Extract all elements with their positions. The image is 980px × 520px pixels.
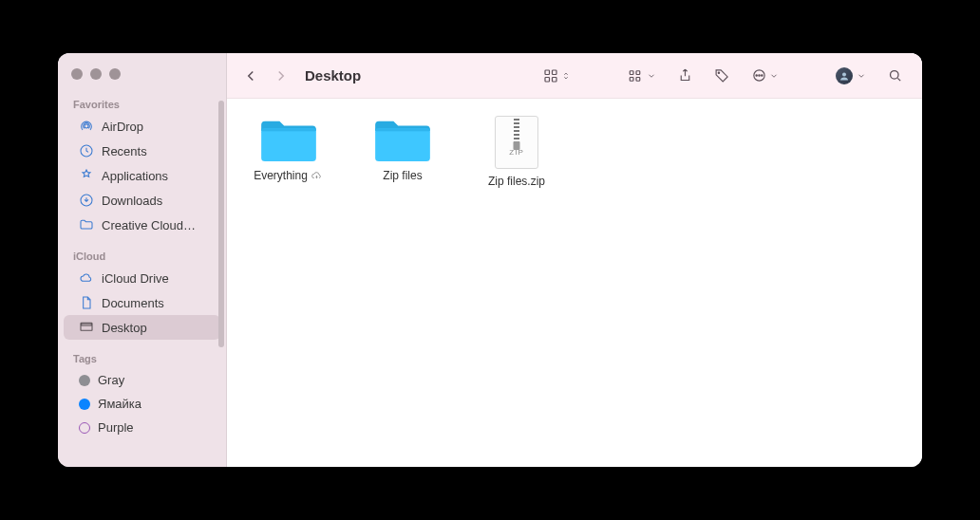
svg-rect-9: [630, 70, 633, 74]
file-label: Zip files.zip: [488, 175, 545, 188]
cloud-download-icon: [311, 169, 324, 182]
sidebar-item-applications[interactable]: Applications: [64, 163, 220, 188]
document-icon: [79, 295, 94, 310]
apps-icon: [79, 168, 94, 183]
clock-icon: [79, 143, 94, 158]
zip-file-icon: ZIP: [495, 116, 538, 169]
sidebar-item-label: Gray: [98, 373, 124, 387]
sidebar-item-label: iCloud Drive: [102, 271, 169, 286]
sidebar-item-creative-cloud[interactable]: Creative Cloud…: [64, 213, 220, 237]
svg-rect-6: [553, 70, 557, 75]
sidebar-item-label: Purple: [98, 420, 134, 435]
sidebar-scrollbar[interactable]: [218, 101, 224, 366]
more-actions-button[interactable]: [745, 65, 784, 87]
sidebar-section-icloud-label: iCloud: [58, 245, 226, 266]
sidebar-item-label: Creative Cloud…: [102, 218, 196, 232]
svg-point-16: [759, 75, 760, 76]
finder-window: Favorites AirDrop Recents Applications D…: [58, 53, 922, 467]
sidebar-item-label: Ямайка: [98, 397, 141, 411]
group-mode-button[interactable]: [622, 65, 662, 87]
svg-rect-10: [630, 77, 633, 81]
sidebar-item-label: Documents: [102, 296, 164, 310]
svg-rect-21: [261, 128, 316, 131]
file-grid[interactable]: Everything Zip files ZIP: [227, 99, 922, 467]
sidebar-item-label: Downloads: [102, 194, 162, 208]
download-icon: [79, 193, 94, 208]
view-mode-button[interactable]: [537, 65, 576, 87]
file-item-folder-everything[interactable]: Everything: [246, 116, 331, 182]
tag-dot-icon: [79, 375, 90, 386]
file-item-folder-zip-files[interactable]: Zip files: [360, 116, 445, 182]
svg-point-15: [756, 75, 757, 76]
sidebar-item-icloud-drive[interactable]: iCloud Drive: [64, 266, 220, 290]
svg-point-17: [762, 75, 763, 76]
svg-rect-5: [545, 70, 550, 75]
close-button[interactable]: [71, 68, 83, 80]
svg-point-13: [718, 72, 719, 73]
sidebar-item-tag-purple[interactable]: Purple: [64, 416, 220, 439]
sidebar-section-favorites-label: Favorites: [58, 93, 226, 114]
svg-rect-11: [636, 70, 640, 74]
sidebar-item-label: Desktop: [102, 321, 147, 335]
airdrop-icon: [79, 119, 94, 134]
file-item-zip-archive[interactable]: ZIP Zip files.zip: [474, 116, 559, 188]
svg-rect-22: [375, 128, 430, 161]
tag-dot-icon: [79, 399, 90, 410]
svg-rect-8: [553, 77, 557, 82]
file-label: Everything: [254, 169, 324, 182]
tag-button[interactable]: [708, 65, 736, 87]
window-controls: [58, 65, 226, 93]
folder-icon: [373, 116, 432, 163]
svg-rect-23: [375, 128, 430, 131]
sidebar-item-downloads[interactable]: Downloads: [64, 188, 220, 213]
tag-dot-icon: [79, 422, 90, 434]
sidebar-item-tag-gray[interactable]: Gray: [64, 368, 220, 392]
avatar-icon: [836, 67, 853, 84]
file-label: Zip files: [383, 169, 422, 182]
account-button[interactable]: [830, 65, 872, 87]
sidebar-item-documents[interactable]: Documents: [64, 290, 220, 315]
sidebar-item-airdrop[interactable]: AirDrop: [64, 114, 220, 139]
forward-button[interactable]: [271, 65, 292, 86]
svg-rect-7: [545, 77, 550, 82]
cloud-icon: [79, 270, 94, 286]
svg-rect-20: [261, 128, 316, 161]
sidebar: Favorites AirDrop Recents Applications D…: [58, 53, 227, 467]
svg-rect-12: [636, 77, 640, 81]
main-area: Desktop: [227, 53, 922, 467]
minimize-button[interactable]: [90, 68, 102, 80]
svg-rect-4: [82, 324, 92, 325]
sidebar-item-label: Applications: [102, 169, 168, 183]
sidebar-item-desktop[interactable]: Desktop: [64, 315, 220, 340]
sidebar-item-recents[interactable]: Recents: [64, 139, 220, 163]
share-button[interactable]: [671, 65, 699, 87]
sidebar-item-label: AirDrop: [102, 120, 143, 134]
folder-icon: [79, 217, 94, 232]
search-button[interactable]: [881, 65, 909, 87]
svg-rect-3: [81, 323, 92, 330]
svg-point-0: [85, 124, 88, 128]
location-title: Desktop: [305, 67, 361, 84]
sidebar-item-label: Recents: [102, 144, 147, 158]
toolbar: Desktop: [227, 53, 922, 99]
zoom-button[interactable]: [109, 68, 121, 80]
desktop-icon: [79, 320, 94, 335]
folder-icon: [259, 116, 318, 163]
sidebar-item-tag-yamaika[interactable]: Ямайка: [64, 392, 220, 416]
svg-point-18: [842, 72, 846, 76]
back-button[interactable]: [240, 65, 261, 86]
svg-point-19: [891, 71, 899, 80]
sidebar-section-tags-label: Tags: [58, 347, 226, 368]
